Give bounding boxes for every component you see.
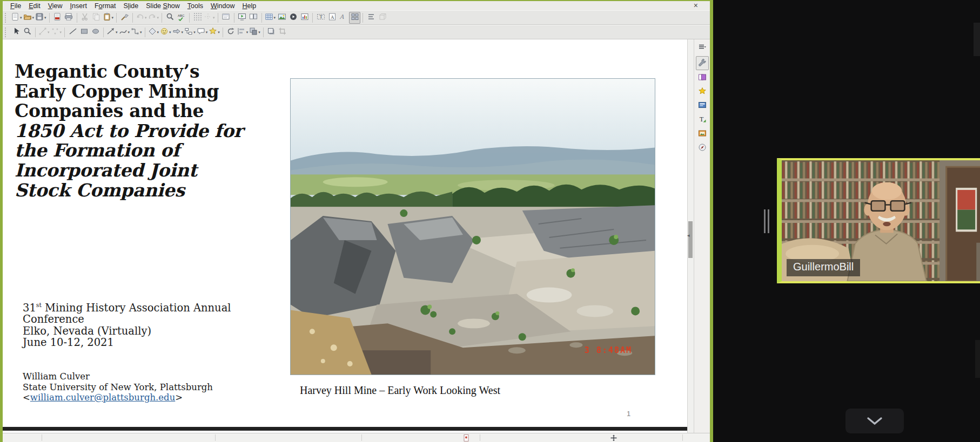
dropdown-caret-icon[interactable]: ▾ [193, 30, 196, 35]
curve-tool-icon [119, 27, 127, 38]
display-grid-button[interactable] [192, 12, 203, 24]
participant-video-tile[interactable]: GuillermoBill [777, 158, 980, 283]
fontwork-button[interactable]: A [338, 12, 349, 24]
dropdown-caret-icon[interactable]: ▾ [218, 30, 220, 35]
toolbar-grip[interactable] [5, 28, 8, 37]
dropdown-caret-icon[interactable]: ▾ [206, 30, 208, 35]
spelling-button[interactable]: ABC [176, 12, 187, 24]
menu-slide-show[interactable]: Slide Show [142, 2, 184, 10]
dropdown-caret-icon[interactable]: ▾ [274, 16, 276, 20]
callouts-button[interactable]: ▾ [196, 26, 209, 38]
sidebar-tab-animation[interactable] [696, 86, 709, 98]
dropdown-caret-icon[interactable]: ▾ [258, 30, 260, 35]
vertical-scrollbar[interactable]: ◂ [687, 39, 694, 433]
align-button[interactable]: ▾ [237, 26, 249, 38]
dropdown-caret-icon[interactable]: ▾ [116, 30, 118, 35]
menu-slide[interactable]: Slide [119, 2, 142, 10]
dropdown-caret-icon[interactable]: ▾ [157, 30, 159, 35]
menu-view[interactable]: View [44, 2, 66, 10]
scrollbar-thumb[interactable] [688, 221, 693, 258]
curve-tool-button[interactable]: ▾ [118, 26, 131, 38]
dropdown-caret-icon[interactable]: ▾ [246, 30, 249, 35]
flowchart-button[interactable]: ▾ [184, 26, 196, 38]
dropdown-caret-icon[interactable]: ▾ [140, 30, 142, 35]
sidebar-tab-master-slides[interactable] [696, 100, 709, 112]
basic-shapes-button[interactable]: ▾ [147, 26, 160, 38]
dropdown-caret-icon[interactable]: ▾ [145, 16, 147, 20]
sidebar-settings-icon [698, 43, 707, 53]
dropdown-caret-icon[interactable]: ▾ [169, 30, 171, 35]
shadow-button[interactable] [266, 26, 277, 38]
dropdown-caret-icon[interactable]: ▾ [182, 30, 184, 35]
insert-media-button[interactable] [287, 12, 299, 24]
sidebar-collapse-arrow[interactable]: ◂ [687, 233, 690, 238]
rect-tool-icon [80, 27, 89, 38]
line-tool-button[interactable] [67, 26, 78, 38]
sidebar-tab-navigator[interactable] [696, 142, 709, 154]
dropdown-caret-icon[interactable]: ▾ [44, 16, 46, 20]
clone-formatting-button[interactable] [119, 12, 130, 24]
dropdown-caret-icon[interactable]: ▾ [20, 16, 22, 20]
mine-photo: 3 8:48AM [290, 78, 655, 375]
dropdown-caret-icon[interactable]: ▾ [157, 16, 159, 20]
dropdown-caret-icon[interactable]: ▾ [48, 30, 50, 35]
connector-tool-button[interactable]: ▾ [130, 26, 143, 38]
menu-help[interactable]: Help [239, 2, 260, 10]
zoom-tool-icon [23, 27, 32, 38]
menu-bar: FileEditViewInsertFormatSlideSlide ShowT… [3, 1, 710, 10]
ellipse-tool-button[interactable] [90, 26, 101, 38]
toolbar-grip[interactable] [5, 13, 8, 23]
start-slideshow-button[interactable] [237, 12, 248, 24]
fit-slide-icon[interactable] [610, 434, 617, 442]
sidebar-tab-sidebar-settings[interactable] [696, 42, 709, 54]
stars-button[interactable]: ▾ [208, 26, 220, 38]
toolbar-separator [223, 28, 223, 37]
rotate-button[interactable] [225, 26, 237, 38]
sidebar-tab-styles[interactable]: T [696, 114, 709, 126]
outline-list-button[interactable] [365, 12, 377, 24]
insert-chart-button[interactable] [299, 12, 310, 24]
arrange-button[interactable]: ▾ [249, 26, 261, 38]
menu-edit[interactable]: Edit [25, 2, 44, 10]
slide-page[interactable]: Megantic County’sEarly Copper MiningComp… [3, 39, 687, 433]
menu-format[interactable]: Format [91, 2, 120, 10]
find-replace-button[interactable] [164, 12, 176, 24]
vertical-text-button[interactable]: A [326, 12, 338, 24]
panel-resize-handle[interactable] [764, 209, 769, 233]
export-pdf-button[interactable] [52, 12, 63, 24]
menu-insert[interactable]: Insert [66, 2, 91, 10]
new-document-button[interactable]: ▾ [10, 12, 23, 24]
display-grid-icon [193, 12, 202, 23]
print-button[interactable] [63, 12, 75, 24]
dropdown-caret-icon[interactable]: ▾ [32, 16, 35, 20]
arrow-tool-button[interactable]: ▾ [106, 26, 118, 38]
rect-tool-button[interactable] [78, 26, 90, 38]
save-button[interactable]: ▾ [35, 12, 47, 24]
toolbar-separator [363, 13, 363, 23]
menu-window[interactable]: Window [207, 2, 238, 10]
display-views-button[interactable] [349, 12, 360, 24]
block-arrows-button[interactable]: ▾ [172, 26, 184, 38]
dropdown-caret-icon[interactable]: ▾ [112, 16, 114, 20]
insert-table-button[interactable]: ▾ [264, 12, 277, 24]
paste-button[interactable]: ▾ [102, 12, 115, 24]
sidebar-tab-gallery[interactable] [696, 128, 709, 140]
sidebar-tab-properties[interactable] [696, 56, 709, 70]
dropdown-caret-icon[interactable]: ▾ [128, 30, 130, 35]
menu-tools[interactable]: Tools [184, 2, 207, 10]
menu-file[interactable]: File [6, 2, 25, 10]
master-slide-button[interactable] [220, 12, 232, 24]
email-link[interactable]: william.culver@plattsburgh.edu [30, 392, 175, 403]
dual-display-button[interactable] [248, 12, 259, 24]
insert-textbox-button[interactable]: T [315, 12, 326, 24]
select-arrow-button[interactable] [10, 26, 22, 38]
dropdown-caret-icon[interactable]: ▾ [213, 16, 215, 20]
insert-image-button[interactable] [276, 12, 287, 24]
hide-video-panel-button[interactable] [845, 409, 904, 433]
sidebar-tab-slide-transition[interactable] [696, 72, 709, 84]
dropdown-caret-icon[interactable]: ▾ [60, 30, 62, 35]
zoom-tool-button[interactable] [22, 26, 33, 38]
close-button[interactable]: × [692, 1, 700, 10]
open-button[interactable]: ▾ [23, 12, 35, 24]
symbol-shapes-button[interactable]: ▾ [159, 26, 172, 38]
